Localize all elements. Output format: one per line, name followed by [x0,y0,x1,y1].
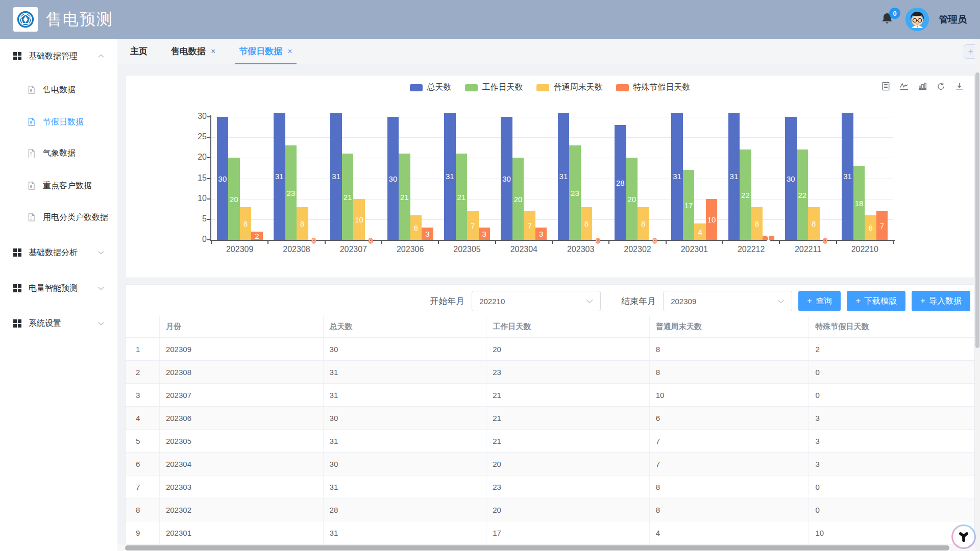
table-row-7[interactable]: 7202303312380 [126,475,974,498]
table-row-2[interactable]: 2202308312380 [126,361,974,384]
table-cell: 0 [809,361,974,383]
sidebar-item-consumption-category-data[interactable]: 用电分类户数数据 [0,210,117,225]
table-row-3[interactable]: 32023073121100 [126,384,974,407]
bar-特殊节假日天数-202306[interactable]: 3 [422,228,433,240]
sidebar-item-holiday-data[interactable]: 节假日数据 [0,114,117,130]
table-header-cell: 特殊节假日天数 [809,316,974,337]
x-axis-tick [722,241,723,244]
bar-普通周末天数-202308[interactable]: 8 [297,207,308,240]
bar-普通周末天数-202211[interactable]: 8 [808,207,820,240]
legend-item[interactable]: 普通周末天数 [536,82,603,93]
legend-item[interactable]: 特殊节假日天数 [616,82,691,93]
bar-普通周末天数-202307[interactable]: 10 [353,199,365,240]
bar-总天数-202309[interactable]: 30 [217,117,229,240]
vertical-scrollbar[interactable] [975,39,980,551]
bar-总天数-202306[interactable]: 30 [387,117,399,240]
end-month-select[interactable]: 202309 [663,291,792,311]
bar-普通周末天数-202302[interactable]: 8 [638,207,649,240]
bar-总天数-202304[interactable]: 30 [501,117,512,240]
data-view-icon[interactable] [881,82,891,91]
assistant-floating-badge[interactable] [951,524,976,549]
bar-特殊节假日天数-202305[interactable]: 3 [479,228,491,240]
bar-特殊节假日天数-202309[interactable]: 2 [251,232,263,240]
grid-squares-icon [13,284,21,292]
table-row-4[interactable]: 4202306302163 [126,407,974,430]
y-axis-tick [207,219,210,220]
sidebar-item-electricity-sales-data[interactable]: 售电数据 [0,82,117,97]
table-header-cell: 工作日天数 [486,316,650,337]
horizontal-scrollbar-thumb[interactable] [125,545,949,550]
table-cell: 3 [126,384,160,406]
bar-普通周末天数-202301[interactable]: 4 [694,223,706,240]
zero-value-label: 0 [365,236,377,245]
bar-chart-plot: 3031313031303128313130312023212121202320… [211,117,893,240]
close-icon[interactable]: × [211,47,215,56]
bar-总天数-202301[interactable]: 31 [671,113,683,240]
bar-value-label: 8 [749,219,765,228]
bar-总天数-202305[interactable]: 31 [444,113,456,240]
avatar-cartoon-icon [905,8,929,31]
table-row-1[interactable]: 1202309302082 [126,338,974,361]
table-cell: 2 [126,361,160,383]
plus-icon: + [807,296,812,306]
assistant-logo-icon [956,529,971,544]
avatar[interactable] [905,8,929,31]
bar-总天数-202308[interactable]: 31 [274,113,285,240]
horizontal-scrollbar[interactable] [117,544,975,551]
refresh-icon[interactable] [936,82,946,91]
y-axis-label: 20 [183,153,207,162]
tab-label: 主页 [130,45,148,57]
download-icon[interactable] [954,82,964,91]
close-icon[interactable]: × [287,47,292,56]
table-row-6[interactable]: 6202304302073 [126,453,974,475]
bar-工作日天数-202307[interactable]: 21 [342,154,354,240]
bar-特殊节假日天数-202212[interactable]: 1 [763,236,774,240]
notification-bell[interactable]: 0 [880,12,895,27]
legend-swatch [465,84,478,91]
bar-特殊节假日天数-202301[interactable]: 10 [706,199,718,240]
table-row-9[interactable]: 92023013117410 [126,521,974,544]
table-cell: 23 [486,475,650,498]
bar-value-label: 22 [738,190,753,199]
download-template-button[interactable]: + 下载模版 [847,291,905,311]
bar-总天数-202210[interactable]: 31 [842,113,853,240]
bar-特殊节假日天数-202210[interactable]: 7 [876,211,888,240]
sidebar-group-label: 基础数据管理 [29,51,78,62]
document-icon [27,85,36,94]
line-chart-icon[interactable] [899,82,909,91]
y-axis-tick [207,198,210,199]
legend-item[interactable]: 总天数 [410,82,452,93]
sidebar-item-weather-data[interactable]: 气象数据 [0,145,117,161]
vertical-scrollbar-thumb[interactable] [975,72,979,348]
sidebar-group-smart-power-forecast[interactable]: 电量智能预测 [0,281,117,296]
sidebar-item-key-customer-data[interactable]: 重点客户数据 [0,178,117,193]
sidebar-group-basic-data-analysis[interactable]: 基础数据分析 [0,245,117,260]
table-row-5[interactable]: 5202305312173 [126,430,974,453]
tab-holiday-data[interactable]: 节假日数据 × [239,39,292,64]
sidebar-group-system-settings[interactable]: 系统设置 [0,316,117,331]
table-cell: 10 [809,521,974,544]
user-name[interactable]: 管理员 [939,13,967,26]
bar-总天数-202307[interactable]: 31 [330,113,342,240]
table-cell: 30 [324,338,487,360]
table-cell: 202309 [160,338,324,360]
x-axis-tick [666,241,667,244]
bar-value-label: 22 [795,190,811,199]
bar-普通周末天数-202303[interactable]: 8 [581,207,593,240]
start-month-select[interactable]: 202210 [472,291,601,311]
bar-特殊节假日天数-202304[interactable]: 3 [535,228,547,240]
table-row-8[interactable]: 8202302282080 [126,498,974,521]
tab-home[interactable]: 主页 [130,39,148,64]
y-axis-label: 5 [183,214,207,223]
legend-item[interactable]: 工作日天数 [465,82,523,93]
bar-总天数-202212[interactable]: 31 [728,113,740,240]
table-cell: 5 [126,430,160,452]
bar-总天数-202302[interactable]: 28 [615,125,626,240]
sidebar-group-basic-data-management[interactable]: 基础数据管理 [0,48,117,64]
query-button[interactable]: + 查询 [798,291,841,311]
bar-总天数-202303[interactable]: 31 [558,113,570,240]
bar-chart-icon[interactable] [918,82,927,91]
tab-electricity-sales-data[interactable]: 售电数据 × [171,39,215,64]
import-data-button[interactable]: + 导入数据 [912,291,970,311]
bar-总天数-202211[interactable]: 30 [785,117,797,240]
